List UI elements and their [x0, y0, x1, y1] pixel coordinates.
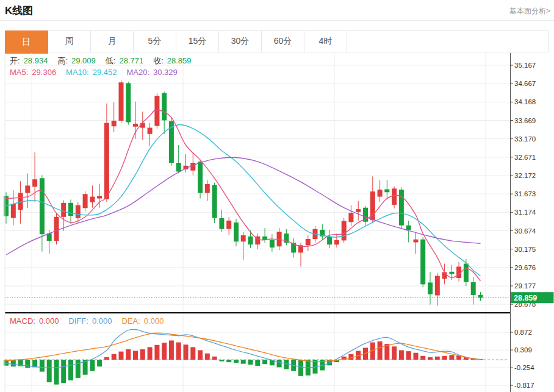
svg-text:29.177: 29.177: [514, 282, 536, 290]
macd-row-dea-value: 0.000: [144, 316, 164, 326]
panel-separator: [5, 312, 510, 313]
ma-row-ma10-label: MA10:: [66, 68, 89, 77]
ohlc-row-low-label: 低:: [106, 56, 116, 65]
ohlc-row-low-value: 28.771: [119, 56, 143, 65]
svg-text:0.309: 0.309: [514, 346, 532, 354]
svg-text:32.671: 32.671: [514, 154, 536, 161]
axis-labels: 35.16734.66734.16833.66933.17032.67132.1…: [510, 62, 536, 389]
ma-row-ma20-label: MA20:: [126, 68, 149, 77]
ohlc-row-close-label: 收:: [153, 56, 164, 65]
ma-row-ma10-value: 29.452: [93, 68, 117, 77]
ma-row-ma5-value: 29.306: [32, 68, 56, 77]
svg-text:30.674: 30.674: [514, 227, 536, 235]
svg-text:33.170: 33.170: [514, 135, 536, 143]
svg-text:35.167: 35.167: [514, 62, 536, 69]
macd-row-macd-value: 0.000: [39, 316, 59, 326]
svg-text:-0.817: -0.817: [514, 382, 534, 389]
macd-row-diff-label: DIFF:: [68, 316, 88, 326]
svg-text:30.175: 30.175: [514, 246, 536, 253]
ma-row-ma5-label: MA5:: [10, 68, 28, 77]
ohlc-row-open-label: 开:: [10, 56, 20, 65]
svg-text:28.859: 28.859: [514, 294, 537, 302]
svg-text:34.667: 34.667: [514, 80, 536, 87]
ohlc-row-open-value: 28.934: [24, 56, 48, 65]
macd-row-macd-label: MACD:: [10, 316, 35, 326]
macd-histogram: [4, 341, 483, 385]
ohlc-legend: 开:28.934高:29.009低:28.771收:28.859: [10, 55, 201, 66]
macd-row-diff-value: 0.000: [92, 316, 112, 326]
ma-legend: MA5:29.306MA10:29.452MA20:30.329: [10, 68, 187, 77]
kline-widget: K线图 基本面分析> 日周月5分15分30分60分4时 开:28.934高:29…: [0, 0, 554, 392]
macd-row-dea-label: DEA:: [121, 316, 140, 326]
ohlc-row-high-label: 高:: [57, 56, 68, 65]
svg-text:0.872: 0.872: [514, 329, 532, 336]
svg-text:33.669: 33.669: [514, 117, 536, 124]
svg-text:29.676: 29.676: [514, 264, 536, 271]
svg-text:34.168: 34.168: [514, 98, 536, 105]
ma-row-ma20-value: 30.329: [153, 68, 178, 77]
macd-legend: MACD:0.000DIFF:0.000DEA:0.000: [10, 316, 173, 326]
candles-layer: [4, 80, 483, 306]
ohlc-row-close-value: 28.859: [167, 56, 192, 65]
svg-text:-0.254: -0.254: [514, 364, 534, 371]
last-price-badge: 28.859: [511, 292, 554, 303]
svg-text:31.673: 31.673: [514, 190, 536, 198]
svg-text:31.174: 31.174: [514, 208, 536, 216]
ohlc-row-high-value: 29.009: [71, 56, 96, 65]
svg-text:32.172: 32.172: [514, 172, 536, 179]
